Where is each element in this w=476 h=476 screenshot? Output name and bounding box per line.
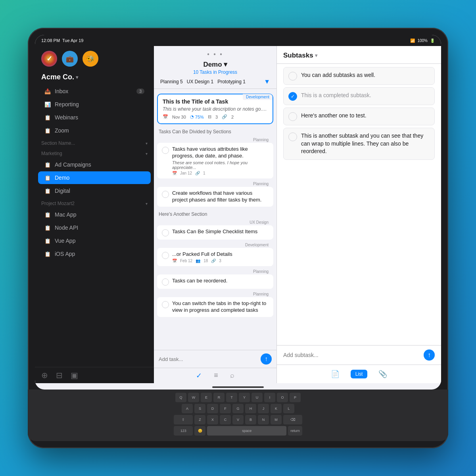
grid-icon[interactable]: ▣ [71, 370, 78, 380]
add-subtask-input[interactable] [283, 352, 420, 358]
add-project-button[interactable]: ⊕ [41, 370, 48, 380]
key-a[interactable]: A [182, 404, 193, 413]
task4-checkbox[interactable] [162, 252, 169, 259]
key-n[interactable]: N [258, 415, 269, 424]
sidebar-item-zoom[interactable]: 📋 Zoom [38, 124, 151, 137]
sidebar-item-vue-app[interactable]: 📋 Vue App [38, 234, 151, 247]
subtask1-checkbox[interactable] [288, 72, 297, 81]
key-e[interactable]: E [201, 393, 212, 402]
task1-checkbox[interactable] [162, 147, 169, 154]
sidebar-item-webinars[interactable]: 📋 Webinars [38, 111, 151, 124]
sidebar-label-inbox: Inbox [55, 88, 68, 94]
key-p[interactable]: P [290, 393, 301, 402]
task1-title: Tasks have various attributes like progr… [172, 146, 269, 159]
subtask-item-3[interactable]: Here's another one to test. [283, 107, 435, 125]
status-time: 12:08 PM Tue Apr 19 [41, 38, 83, 43]
task-item-6[interactable]: You can switch the tabs in the top-right… [157, 297, 273, 317]
subtask4-checkbox[interactable] [288, 132, 297, 141]
task5-content: Tasks can be reordered. [172, 278, 269, 284]
ad-campaigns-icon: 📋 [44, 162, 51, 168]
key-x[interactable]: X [207, 415, 218, 424]
key-r[interactable]: R [213, 393, 225, 402]
key-s[interactable]: S [194, 404, 205, 413]
add-subtask-button[interactable]: ↑ [424, 349, 435, 361]
key-shift[interactable]: ⇧ [174, 415, 193, 424]
task-item-2[interactable]: Create workflows that have various proje… [157, 187, 273, 207]
key-return[interactable]: return [288, 426, 302, 436]
subtasks-chevron-icon: ▾ [315, 53, 317, 58]
avatar-check[interactable]: ✓ [41, 51, 57, 67]
battery-label: 100% [417, 38, 428, 43]
notes-tab-icon[interactable]: 📄 [328, 368, 343, 380]
subtask-item-1[interactable]: You can add subtasks as well. [283, 67, 435, 85]
key-w[interactable]: W [188, 393, 199, 402]
filter-prototyping[interactable]: Prototyping 1 [217, 79, 246, 84]
sidebar-item-node-api[interactable]: 📋 Node API [38, 221, 151, 234]
selected-task-card[interactable]: Development This Is the Title of a Task … [157, 94, 273, 124]
key-q[interactable]: Q [175, 393, 186, 402]
task5-checkbox[interactable] [162, 278, 169, 286]
subtask1-text: You can add subtasks as well. [301, 71, 375, 79]
key-k[interactable]: K [271, 404, 282, 413]
key-t[interactable]: T [226, 393, 237, 402]
subtask-item-4[interactable]: This is another subtask and you can see … [283, 128, 435, 160]
list-view-icon[interactable]: ≡ [214, 371, 218, 380]
attach-tab-icon[interactable]: 📎 [375, 368, 390, 380]
filter-ux-design[interactable]: UX Design 1 [187, 79, 213, 84]
workspace-title[interactable]: Acme Co. ▾ [35, 70, 154, 83]
subtask2-checkbox[interactable]: ✓ [288, 92, 297, 101]
task2-checkbox[interactable] [162, 191, 169, 198]
key-u[interactable]: U [251, 393, 263, 402]
key-g[interactable]: G [232, 404, 244, 413]
filter-icon[interactable]: ▼ [264, 78, 270, 85]
key-space[interactable]: space [207, 426, 286, 436]
filter-planning[interactable]: Planning 5 [160, 79, 183, 84]
key-b[interactable]: B [245, 415, 256, 424]
task-item-3[interactable]: Tasks Can Be Simple Checklist Items [157, 225, 273, 240]
section-header-marketing[interactable]: Marketing ▾ [35, 148, 154, 158]
task6-checkbox[interactable] [162, 301, 169, 308]
project-title: Demo [203, 61, 222, 69]
check-view-icon[interactable]: ✓ [196, 371, 202, 380]
key-emoji[interactable]: 😊 [194, 426, 205, 436]
avatar-briefcase[interactable]: 💼 [62, 51, 78, 67]
add-task-button[interactable]: ↑ [261, 353, 272, 365]
key-h[interactable]: H [245, 404, 256, 413]
key-m[interactable]: M [271, 415, 282, 424]
settings-icon[interactable]: ⊟ [56, 370, 63, 380]
section-header-mozart[interactable]: Project Mozart2 ▾ [35, 198, 154, 208]
task-item-5[interactable]: Tasks can be reordered. [157, 274, 273, 289]
key-123[interactable]: 123 [174, 426, 193, 436]
key-d[interactable]: D [207, 404, 218, 413]
subtask3-text: Here's another one to test. [301, 112, 367, 120]
key-j[interactable]: J [258, 404, 269, 413]
sidebar-label-zoom: Zoom [55, 127, 69, 134]
key-y[interactable]: Y [239, 393, 250, 402]
task-item-4[interactable]: ...or Packed Full of Details 📅 Feb 12 👥 … [157, 248, 273, 267]
sidebar-item-inbox[interactable]: 📥 Inbox 3 [38, 85, 151, 98]
subtask3-checkbox[interactable] [288, 112, 297, 121]
key-f[interactable]: F [220, 404, 231, 413]
task4-link-icon: 🔗 [211, 259, 216, 263]
key-i[interactable]: I [264, 393, 275, 402]
subtask-item-2[interactable]: ✓ This is a completed subtask. [283, 87, 435, 105]
sidebar-item-ios-app[interactable]: 📋 iOS App [38, 248, 151, 260]
add-task-input[interactable] [159, 356, 257, 362]
key-c[interactable]: C [220, 415, 231, 424]
key-delete[interactable]: ⌫ [283, 415, 302, 424]
sidebar-item-mac-app[interactable]: 📋 Mac App [38, 208, 151, 221]
sidebar-item-ad-campaigns[interactable]: 📋 Ad Campaigns [38, 158, 151, 171]
key-o[interactable]: O [277, 393, 288, 402]
search-icon[interactable]: ⌕ [230, 371, 234, 380]
keyboard: Q W E R T Y U I O P A S D F G H J K L ⇧ … [28, 390, 448, 441]
list-tab-button[interactable]: List [351, 370, 368, 378]
key-l[interactable]: L [283, 404, 294, 413]
task-item-1[interactable]: Tasks have various attributes like progr… [157, 143, 273, 178]
sidebar-item-reporting[interactable]: 📊 Reporting [38, 98, 151, 111]
sidebar-item-demo[interactable]: 📋 Demo [38, 171, 151, 184]
avatar-bee[interactable]: 🐝 [83, 51, 98, 67]
key-z[interactable]: Z [194, 415, 205, 424]
key-v[interactable]: V [232, 415, 244, 424]
sidebar-item-digital[interactable]: 📋 Digital [38, 184, 151, 197]
task3-checkbox[interactable] [162, 229, 169, 236]
